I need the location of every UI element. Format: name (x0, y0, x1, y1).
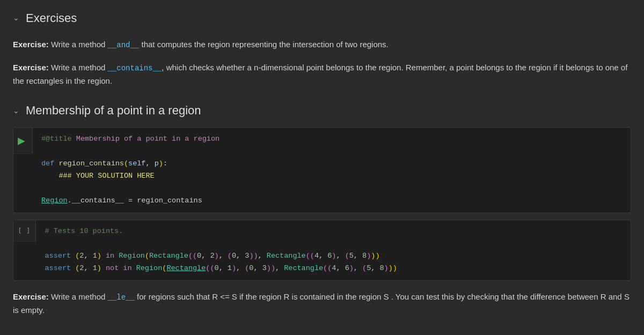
bottom-exercise-label: Exercise: (13, 292, 49, 301)
param-self: self (128, 159, 145, 168)
paren-open: ( (124, 159, 128, 168)
code-cell-2-inner: [ ] # Tests 10 points. assert (2, 1) in … (13, 220, 631, 280)
page-container: ⌄ Exercises Exercise: Write a method __a… (0, 0, 644, 326)
exercise-1-text: Exercise: Write a method __and__ that co… (13, 38, 631, 52)
exercise-1-before: Write a method (49, 40, 108, 49)
exercises-section-header[interactable]: ⌄ Exercises (13, 9, 631, 27)
code-cell-2: [ ] # Tests 10 points. assert (2, 1) in … (13, 220, 631, 281)
bottom-exercise-text: Exercise: Write a method __le__ for regi… (13, 290, 631, 317)
todo-comment: ### YOUR SOLUTION HERE (58, 172, 154, 180)
exercise-1-after: that computes the region representing th… (139, 40, 388, 49)
code-cell-1: ▶ #@title Membership of a point in a reg… (13, 127, 631, 213)
membership-title: Membership of a point in a region (26, 101, 201, 120)
code-cell-2-content[interactable]: # Tests 10 points. assert (2, 1) in Regi… (36, 220, 631, 280)
exercise-1-code: __and__ (108, 41, 140, 49)
keyword-def: def (41, 159, 54, 168)
func-name: region_contains (58, 159, 124, 168)
exercise-2-text: Exercise: Write a method __contains__, w… (13, 61, 631, 88)
cell-empty-gutter[interactable]: [ ] (13, 220, 36, 242)
chevron-down-icon-2: ⌄ (13, 105, 19, 116)
chevron-down-icon: ⌄ (13, 12, 19, 24)
code-cell-1-content[interactable]: #@title Membership of a point in a regio… (33, 128, 631, 213)
exercises-title: Exercises (26, 9, 77, 27)
cell-label: [ ] (18, 225, 30, 237)
assert-keyword-2: assert (45, 264, 71, 272)
assert-keyword-1: assert (45, 252, 71, 260)
class-region: Region (41, 196, 68, 205)
bottom-exercise-code: __le__ (108, 293, 135, 302)
run-icon[interactable]: ▶ (18, 133, 25, 149)
exercise-1-label: Exercise: (13, 40, 49, 49)
exercise-2-before: Write a method (49, 63, 108, 72)
bottom-exercise-before: Write a method (49, 292, 108, 301)
exercise-2-label: Exercise: (13, 63, 49, 72)
paren-close: ) (159, 159, 163, 168)
comment-title: #@title Membership of a point in a regio… (41, 135, 219, 143)
cell-run-gutter[interactable]: ▶ (13, 128, 33, 154)
code-cell-1-inner: ▶ #@title Membership of a point in a reg… (13, 128, 631, 213)
method-assignment: .__contains__ = region_contains (68, 196, 202, 205)
membership-section-header[interactable]: ⌄ Membership of a point in a region (13, 101, 631, 120)
param-p: p (155, 159, 159, 168)
test-comment: # Tests 10 points. (45, 227, 123, 235)
exercise-2-code: __contains__ (108, 64, 162, 72)
